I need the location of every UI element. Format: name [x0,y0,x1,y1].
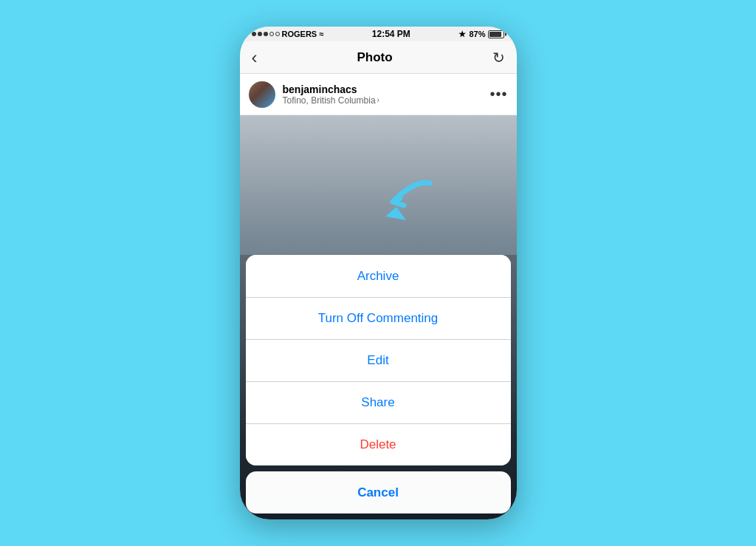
archive-button[interactable]: Archive [246,255,511,297]
signal-dot-2 [258,32,262,36]
signal-dot-3 [264,32,268,36]
back-button[interactable]: ‹ [252,47,258,68]
post-user-info: benjaminchacs Tofino, British Columbia › [283,83,483,106]
status-bar: ROGERS ≈ 12:54 PM ★ 87% [240,27,517,41]
chevron-right-icon: › [377,96,379,104]
battery-percent: 87% [469,30,485,38]
cancel-button[interactable]: Cancel [246,471,511,513]
nav-bar: ‹ Photo ↻ [240,41,517,74]
turn-off-commenting-button[interactable]: Turn Off Commenting [246,297,511,339]
status-right: ★ 87% [458,30,504,39]
share-button[interactable]: Share [246,381,511,423]
location: Tofino, British Columbia › [283,95,483,106]
edit-label: Edit [367,353,388,368]
phone-frame: ROGERS ≈ 12:54 PM ★ 87% ‹ Photo ↻ benjam… [240,27,517,519]
arrow-annotation [371,176,444,235]
status-time: 12:54 PM [372,29,410,39]
status-left: ROGERS ≈ [252,30,324,38]
action-sheet-overlay: Archive Turn Off Commenting Edit Share D… [240,255,517,519]
delete-label: Delete [360,437,396,452]
carrier-label: ROGERS [282,30,317,38]
delete-button[interactable]: Delete [246,423,511,465]
battery-bar [488,30,504,38]
signal-dot-5 [275,32,280,36]
archive-label: Archive [357,269,399,284]
share-label: Share [361,395,394,410]
bluetooth-icon: ★ [458,30,466,39]
username: benjaminchacs [283,83,483,95]
photo-area: Archive Turn Off Commenting Edit Share D… [240,115,517,519]
edit-button[interactable]: Edit [246,339,511,381]
location-text: Tofino, British Columbia [283,95,376,106]
turn-off-commenting-label: Turn Off Commenting [318,311,439,326]
action-sheet: Archive Turn Off Commenting Edit Share D… [246,255,511,465]
nav-title: Photo [357,50,392,65]
signal-dot-1 [252,32,256,36]
svg-marker-0 [385,207,406,220]
wifi-icon: ≈ [319,30,323,38]
cancel-label: Cancel [357,485,399,500]
signal-dots [252,32,280,36]
arrow-svg [371,176,444,235]
refresh-button[interactable]: ↻ [492,49,505,66]
battery-fill [489,32,501,37]
signal-dot-4 [269,32,274,36]
avatar [249,81,275,108]
battery-indicator [488,30,504,38]
post-header: benjaminchacs Tofino, British Columbia ›… [240,74,517,115]
more-options-button[interactable]: ••• [489,86,507,103]
